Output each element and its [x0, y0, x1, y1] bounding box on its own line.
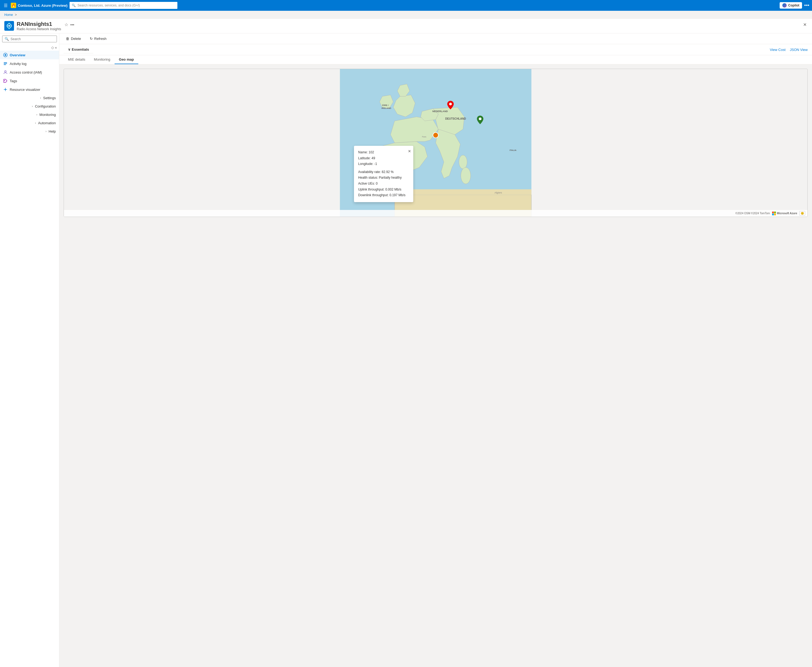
feedback-icon[interactable]: 🙂: [799, 211, 805, 216]
sidebar-item-label: Help: [48, 129, 56, 133]
resource-subtitle: Radio Access Network Insights: [17, 27, 61, 31]
popup-availability: Availability rate: 82.92 %: [358, 169, 409, 175]
refresh-button[interactable]: ↻ Refresh: [88, 36, 109, 42]
hamburger-icon[interactable]: ☰: [3, 2, 8, 9]
topbar: ☰ 🔥 Contoso, Ltd. Azure (Preview) 🔍 Sear…: [0, 0, 812, 11]
sidebar-item-activity-log[interactable]: Activity log: [0, 59, 59, 68]
svg-rect-5: [4, 62, 7, 63]
map-pin-red[interactable]: [447, 101, 454, 110]
overview-icon: [3, 53, 8, 57]
sidebar-item-label: Settings: [43, 96, 56, 100]
close-button[interactable]: ✕: [802, 21, 808, 28]
copilot-button[interactable]: Copilot: [780, 2, 802, 8]
sidebar-item-help[interactable]: › Help: [0, 127, 59, 136]
map-pin-orange[interactable]: [433, 132, 438, 139]
sidebar-item-label: Configuration: [35, 104, 56, 108]
svg-point-27: [449, 103, 452, 105]
svg-text:DEUTSCHLAND: DEUTSCHLAND: [445, 117, 466, 120]
json-view-link[interactable]: JSON View: [790, 48, 808, 52]
sidebar-item-label: Resource visualizer: [10, 88, 40, 91]
resource-more-icon[interactable]: •••: [70, 23, 75, 27]
sidebar-item-access-control[interactable]: Access control (IAM): [0, 68, 59, 76]
svg-point-4: [5, 54, 6, 56]
sidebar-item-resource-visualizer[interactable]: Resource visualizer: [0, 85, 59, 94]
popup-close-button[interactable]: ✕: [408, 148, 411, 155]
copilot-icon: [782, 3, 787, 8]
svg-rect-30: [772, 212, 774, 214]
tab-geo-map[interactable]: Geo map: [115, 55, 138, 64]
chevron-right-icon: ›: [37, 113, 37, 116]
topbar-more-button[interactable]: •••: [804, 3, 809, 8]
chevron-right-icon: ›: [46, 130, 46, 133]
azure-service-icon: 🔥: [11, 3, 16, 8]
map-wrapper[interactable]: ÉIRE / IRELAND NEDERLAND DEUTSCHLAND ESP…: [64, 69, 808, 217]
home-link[interactable]: Home: [4, 13, 13, 17]
map-copyright: ©2024 OSM ©2024 TomTom: [736, 212, 770, 215]
delete-icon: 🗑: [66, 37, 69, 41]
map-svg: ÉIRE / IRELAND NEDERLAND DEUTSCHLAND ESP…: [64, 69, 807, 217]
sidebar-item-label: Monitoring: [39, 113, 56, 117]
svg-text:ITALIA: ITALIA: [510, 149, 516, 151]
svg-text:IRELAND: IRELAND: [382, 107, 391, 110]
chevron-right-icon: ›: [40, 96, 41, 100]
map-pin-green[interactable]: [477, 116, 483, 125]
tab-mie-details[interactable]: MIE details: [64, 55, 90, 64]
svg-point-28: [479, 118, 482, 120]
iam-icon: [3, 70, 8, 75]
resource-title-block: RANInsights1 Radio Access Network Insigh…: [17, 21, 61, 31]
toolbar: 🗑 Delete ↻ Refresh: [59, 33, 812, 44]
svg-rect-7: [4, 65, 6, 65]
essentials-actions: View Cost JSON View: [770, 48, 808, 52]
sidebar-item-monitoring[interactable]: › Monitoring: [0, 111, 59, 119]
delete-button[interactable]: 🗑 Delete: [64, 36, 83, 42]
sidebar-item-label: Access control (IAM): [10, 70, 42, 75]
sidebar-search-icon: 🔍: [5, 37, 9, 41]
popup-downlink: Downlink throughput: 0.197 Mb/s: [358, 192, 409, 198]
tab-monitoring[interactable]: Monitoring: [90, 55, 115, 64]
svg-point-17: [461, 168, 471, 184]
sidebar-search-input[interactable]: [10, 37, 55, 41]
sidebar-action-icons: ◇ «: [0, 45, 59, 51]
popup-health: Health status: Partially healthy: [358, 175, 409, 181]
map-popup: ✕ Name: 102 Latitude: 49 Longitude: -1 A…: [354, 146, 413, 202]
breadcrumb: Home >: [0, 11, 812, 19]
popup-name: Name: 102: [358, 149, 409, 156]
svg-text:Paris: Paris: [422, 136, 427, 138]
microsoft-azure-logo: Microsoft Azure: [772, 212, 797, 215]
svg-rect-6: [4, 63, 7, 64]
search-icon: 🔍: [72, 3, 76, 7]
svg-point-8: [5, 71, 6, 72]
main-content: 🗑 Delete ↻ Refresh ∨ Essentials View Cos…: [59, 33, 812, 667]
svg-point-9: [4, 80, 5, 81]
tabs: MIE details Monitoring Geo map: [59, 55, 812, 65]
popup-longitude: Longitude: -1: [358, 161, 409, 167]
topbar-title: 🔥 Contoso, Ltd. Azure (Preview): [11, 3, 67, 8]
svg-point-29: [433, 132, 438, 138]
sidebar-search-box[interactable]: 🔍: [2, 36, 57, 42]
sidebar-item-label: Automation: [38, 121, 56, 125]
sidebar-item-label: Activity log: [10, 62, 27, 66]
svg-text:Algiers: Algiers: [495, 191, 502, 194]
popup-latitude: Latitude: 49: [358, 156, 409, 161]
sidebar-item-overview[interactable]: Overview: [0, 51, 59, 59]
sidebar-item-automation[interactable]: › Automation: [0, 119, 59, 127]
tags-icon: [3, 79, 8, 83]
sidebar-item-settings[interactable]: › Settings: [0, 94, 59, 102]
sidebar-item-configuration[interactable]: › Configuration: [0, 102, 59, 111]
sidebar: 🔍 ◇ « Overview Activity log: [0, 33, 59, 667]
popup-active-ues: Active UEs: 0: [358, 181, 409, 187]
view-cost-link[interactable]: View Cost: [770, 48, 785, 52]
map-footer: ©2024 OSM ©2024 TomTom Microsoft Azure 🙂: [64, 210, 807, 217]
global-search[interactable]: 🔍 Search resources, services, and docs (…: [70, 2, 178, 9]
map-container: ÉIRE / IRELAND NEDERLAND DEUTSCHLAND ESP…: [59, 65, 812, 667]
breadcrumb-separator: >: [15, 13, 17, 17]
essentials-label: ∨ Essentials: [64, 46, 93, 53]
sidebar-item-tags[interactable]: Tags: [0, 76, 59, 85]
chevron-down-icon[interactable]: ∨: [68, 47, 71, 51]
collapse-icon[interactable]: «: [55, 46, 57, 50]
svg-point-16: [459, 155, 467, 169]
svg-point-10: [5, 89, 6, 90]
pin-icon[interactable]: ◇: [51, 46, 54, 50]
favorite-icon[interactable]: ☆: [65, 22, 68, 27]
svg-point-2: [8, 25, 10, 27]
